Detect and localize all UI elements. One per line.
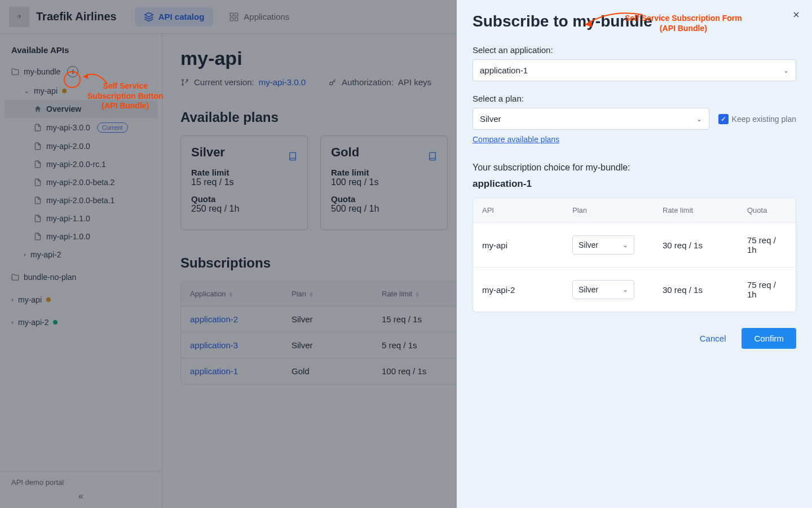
confirm-button[interactable]: Confirm: [742, 328, 796, 349]
col-rate-limit: Rate limit: [663, 206, 747, 214]
plan-select[interactable]: Silver ⌄: [473, 108, 709, 130]
compare-plans-link[interactable]: Compare available plans: [473, 135, 559, 144]
api-cell: my-api: [482, 240, 572, 250]
checkbox-label: Keep existing plan: [732, 115, 796, 124]
checkbox-checked-icon: ✓: [718, 114, 729, 124]
rate-limit-cell: 30 req / 1s: [663, 240, 747, 250]
subscribe-drawer: Subscribe to my-bundle Select an applica…: [457, 0, 812, 508]
col-quota: Quota: [747, 206, 787, 214]
rate-limit-cell: 30 req / 1s: [663, 285, 747, 295]
quota-cell: 75 req / 1h: [747, 235, 787, 255]
close-button[interactable]: [792, 10, 801, 19]
quota-cell: 75 req / 1h: [747, 280, 787, 299]
select-value: Silver: [480, 114, 501, 124]
chevron-down-icon: ⌄: [783, 67, 789, 75]
select-value: Silver: [579, 285, 598, 294]
table-row: my-api-2 Silver ⌄ 30 req / 1s 75 req / 1…: [473, 267, 796, 312]
chevron-down-icon: ⌄: [696, 115, 702, 123]
application-select[interactable]: application-1 ⌄: [473, 59, 796, 81]
choice-table: API Plan Rate limit Quota my-api Silver …: [473, 198, 796, 312]
select-plan-label: Select a plan:: [473, 94, 796, 103]
chevron-down-icon: ⌄: [623, 286, 628, 294]
select-value: Silver: [579, 240, 598, 249]
table-row: my-api Silver ⌄ 30 req / 1s 75 req / 1h: [473, 222, 796, 267]
summary-label: Your subscription choice for my-bundle:: [473, 163, 796, 173]
api-cell: my-api-2: [482, 285, 572, 295]
cancel-button[interactable]: Cancel: [693, 328, 733, 349]
chevron-down-icon: ⌄: [623, 241, 628, 249]
summary-app: application-1: [473, 178, 796, 190]
close-icon: [792, 10, 801, 19]
select-value: application-1: [480, 65, 528, 75]
row-plan-select[interactable]: Silver ⌄: [572, 235, 634, 255]
col-api: API: [482, 206, 572, 214]
drawer-title: Subscribe to my-bundle: [473, 12, 796, 30]
select-app-label: Select an application:: [473, 45, 796, 55]
col-plan: Plan: [572, 206, 663, 214]
row-plan-select[interactable]: Silver ⌄: [572, 280, 634, 299]
keep-existing-checkbox[interactable]: ✓ Keep existing plan: [718, 114, 796, 124]
